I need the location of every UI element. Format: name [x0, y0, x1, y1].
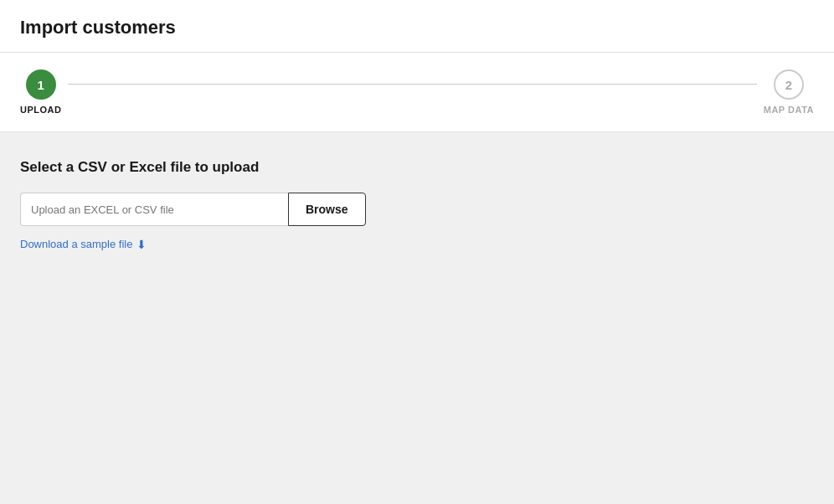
page-header: Import customers: [0, 0, 834, 53]
upload-row: Browse: [20, 193, 814, 226]
file-input[interactable]: [20, 193, 288, 226]
step-2-number: 2: [785, 78, 792, 92]
step-1: 1 UPLOAD: [20, 69, 61, 115]
step-1-circle: 1: [26, 69, 56, 100]
stepper-container: 1 UPLOAD 2 MAP DATA: [0, 53, 834, 132]
download-sample-link[interactable]: Download a sample file ⬇: [20, 238, 147, 251]
step-connector: [68, 84, 756, 85]
main-content: Select a CSV or Excel file to upload Bro…: [0, 132, 834, 504]
download-link-label: Download a sample file: [20, 238, 132, 250]
browse-button[interactable]: Browse: [288, 193, 366, 226]
page-wrapper: Import customers 1 UPLOAD 2 MAP DATA: [0, 0, 834, 504]
step-1-label: UPLOAD: [20, 105, 61, 115]
section-title: Select a CSV or Excel file to upload: [20, 159, 814, 176]
step-2-circle: 2: [774, 69, 804, 100]
stepper: 1 UPLOAD 2 MAP DATA: [20, 69, 814, 115]
download-icon: ⬇: [136, 238, 147, 251]
step-2-label: MAP DATA: [764, 105, 814, 115]
step-1-number: 1: [38, 78, 44, 92]
step-2: 2 MAP DATA: [764, 69, 814, 115]
page-title: Import customers: [20, 17, 814, 39]
